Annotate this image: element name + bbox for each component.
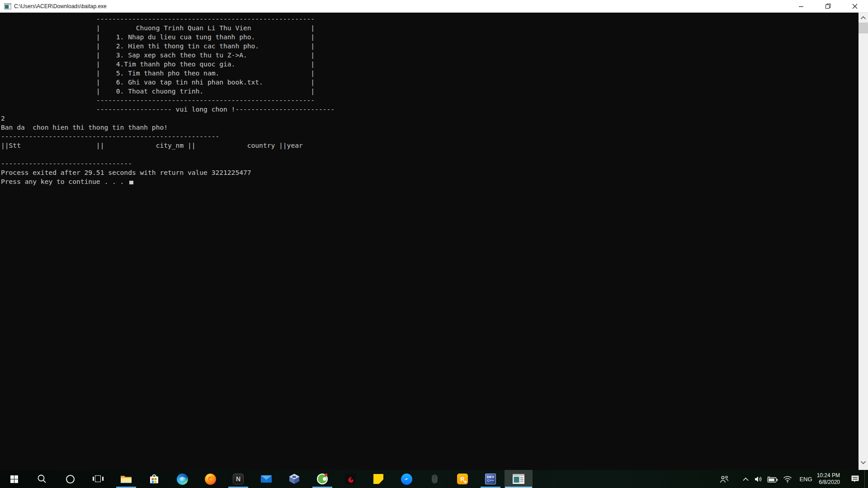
task-view-icon	[93, 475, 104, 483]
window-title: C:\Users\ACER\Downloads\baitap.exe	[14, 3, 107, 9]
battery-button[interactable]	[765, 470, 780, 488]
restore-icon	[826, 4, 831, 9]
wifi-button[interactable]	[780, 470, 795, 488]
microsoft-store-icon	[149, 474, 160, 485]
close-icon	[852, 4, 858, 9]
show-desktop-button[interactable]	[864, 470, 868, 488]
console-output-area[interactable]: ----------------------------------------…	[0, 13, 868, 470]
minimize-button[interactable]	[788, 0, 815, 13]
console-text: ----------------------------------------…	[0, 13, 868, 186]
volume-button[interactable]	[751, 470, 765, 488]
messenger-button[interactable]	[392, 470, 420, 488]
action-center-icon	[851, 475, 859, 483]
n-app-icon: N	[233, 474, 244, 484]
scroll-down-button[interactable]	[859, 459, 868, 466]
mouse-icon	[432, 474, 438, 483]
windows-logo-icon	[10, 475, 18, 483]
people-button[interactable]	[715, 470, 733, 488]
garena-icon	[345, 474, 356, 484]
search-icon	[37, 474, 47, 484]
scrollbar-thumb[interactable]	[859, 23, 868, 33]
mail-button[interactable]	[252, 470, 280, 488]
battery-charging-icon	[767, 475, 778, 483]
vertical-scrollbar[interactable]	[859, 13, 868, 470]
system-tray: ENG 10:24 PM 6/8/2020	[715, 470, 868, 488]
garena-button[interactable]	[336, 470, 364, 488]
dev-cpp-button[interactable]: DEVC++	[476, 470, 505, 488]
speaker-icon	[755, 476, 762, 483]
mouse-app-button[interactable]	[420, 470, 448, 488]
edge-button[interactable]	[168, 470, 196, 488]
search-button[interactable]	[28, 470, 56, 488]
cortana-icon	[66, 475, 75, 483]
coc-coc-button[interactable]	[308, 470, 336, 488]
firefox-icon	[205, 474, 216, 485]
close-button[interactable]	[841, 0, 868, 13]
dev-cpp-icon: DEVC++	[485, 474, 496, 484]
console-window-titlebar: C:\Users\ACER\Downloads\baitap.exe	[0, 0, 868, 13]
minimize-icon	[799, 4, 804, 9]
mail-icon	[260, 474, 272, 483]
chevron-up-icon	[742, 477, 749, 481]
console-taskbar-button[interactable]	[505, 470, 533, 488]
n-app-button[interactable]: N	[224, 470, 252, 488]
restore-button[interactable]	[815, 0, 841, 13]
text-cursor	[129, 181, 133, 184]
sticky-notes-icon	[373, 474, 383, 484]
rockstar-games-icon: R★	[457, 474, 468, 484]
clock-date: 6/8/2020	[817, 479, 840, 486]
file-explorer-button[interactable]	[112, 470, 140, 488]
console-window-icon	[513, 474, 524, 484]
taskbar: N	[0, 470, 868, 488]
virtualbox-button[interactable]	[280, 470, 308, 488]
rockstar-games-button[interactable]: R★	[448, 470, 476, 488]
cortana-button[interactable]	[56, 470, 84, 488]
scroll-up-button[interactable]	[859, 14, 868, 22]
sticky-notes-button[interactable]	[364, 470, 392, 488]
language-indicator[interactable]: ENG	[795, 470, 816, 488]
task-view-button[interactable]	[84, 470, 112, 488]
lightning-bolt-icon	[403, 475, 410, 483]
wifi-icon	[783, 475, 792, 483]
virtualbox-icon	[288, 473, 300, 485]
chevron-down-icon	[860, 460, 866, 465]
clock[interactable]: 10:24 PM 6/8/2020	[817, 472, 845, 486]
messenger-icon	[401, 474, 412, 485]
console-app-icon	[4, 3, 11, 9]
chevron-up-icon	[860, 16, 866, 20]
coc-coc-icon	[317, 474, 328, 484]
action-center-button[interactable]	[845, 470, 864, 488]
clock-time: 10:24 PM	[817, 472, 840, 479]
people-icon	[720, 475, 729, 483]
hidden-icons-button[interactable]	[740, 470, 751, 488]
start-button[interactable]	[0, 470, 28, 488]
file-explorer-icon	[120, 474, 132, 484]
firefox-button[interactable]	[196, 470, 224, 488]
edge-icon	[177, 474, 188, 485]
microsoft-store-button[interactable]	[140, 470, 168, 488]
